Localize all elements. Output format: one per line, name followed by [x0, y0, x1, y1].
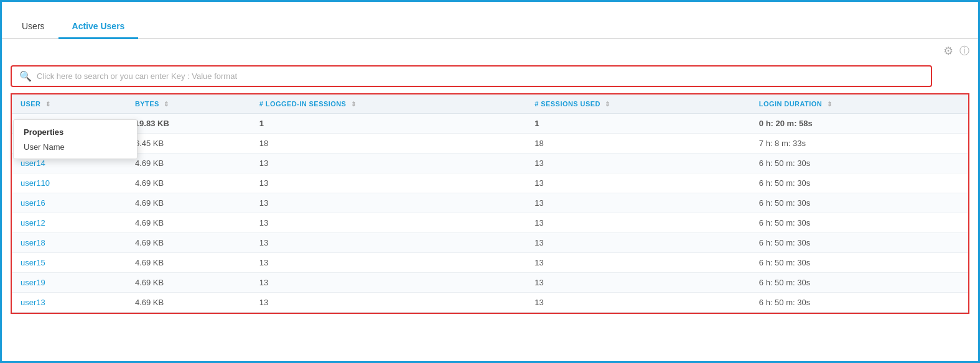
cell-sessions-used: 13	[526, 253, 750, 273]
cell-logged-in_sessions: 13	[251, 213, 526, 233]
cell-bytes: 4.69 KB	[126, 154, 251, 173]
cell-bytes: 6.45 KB	[126, 134, 251, 154]
cell-sessions-used: 13	[526, 154, 750, 173]
table-row: user116.45 KB18187 h: 8 m: 33s	[12, 134, 968, 154]
cell-sessions-used: 13	[526, 173, 750, 193]
col-login-duration[interactable]: LOGIN DURATION ⇕	[750, 94, 968, 114]
search-bar-wrap: 🔍 Click here to search or you can enter …	[2, 63, 978, 90]
cell-bytes: 4.69 KB	[126, 233, 251, 253]
search-placeholder: Click here to search or you can enter Ke…	[37, 71, 237, 81]
cell-login-duration: 6 h: 50 m: 30s	[750, 233, 968, 253]
cell-login-duration: 0 h: 20 m: 58s	[750, 114, 968, 134]
cell-logged-in_sessions: 13	[251, 193, 526, 213]
active-users-table: USER ⇕ BYTES ⇕ # LOGGED-IN SESSIONS ⇕ # …	[12, 94, 968, 313]
toolbar-row: ⚙ ⓘ	[2, 39, 978, 63]
properties-dropdown: Properties User Name	[13, 119, 138, 159]
cell-login-duration: 6 h: 50 m: 30s	[750, 253, 968, 273]
cell-sessions-used: 13	[526, 293, 750, 313]
cell-login-duration: 6 h: 50 m: 30s	[750, 293, 968, 313]
cell-sessions-used: 13	[526, 213, 750, 233]
sort-arrow-user: ⇕	[45, 101, 50, 108]
cell-sessions-used: 13	[526, 273, 750, 293]
cell-sessions-used: 18	[526, 134, 750, 154]
table-row: user144.69 KB13136 h: 50 m: 30s	[12, 154, 968, 173]
search-icon: 🔍	[19, 70, 32, 82]
cell-bytes: 4.69 KB	[126, 293, 251, 313]
tab-users[interactable]: Users	[8, 15, 58, 39]
col-user[interactable]: USER ⇕	[12, 94, 126, 114]
dropdown-title: Properties	[14, 124, 137, 139]
table-row: user134.69 KB13136 h: 50 m: 30s	[12, 293, 968, 313]
cell-login-duration: 6 h: 50 m: 30s	[750, 154, 968, 173]
cell-logged-in_sessions: 13	[251, 173, 526, 193]
cell-username[interactable]: user15	[12, 253, 126, 273]
cell-bytes: 4.69 KB	[126, 213, 251, 233]
search-bar[interactable]: 🔍 Click here to search or you can enter …	[11, 65, 932, 87]
sort-arrow-sessions-used: ⇕	[605, 101, 610, 108]
sort-arrow-duration: ⇕	[827, 101, 832, 108]
cell-bytes: 4.69 KB	[126, 253, 251, 273]
info-icon[interactable]: ⓘ	[959, 45, 969, 58]
cell-bytes: 4.69 KB	[126, 193, 251, 213]
table-row: user154.69 KB13136 h: 50 m: 30s	[12, 253, 968, 273]
cell-bytes: 19.83 KB	[126, 114, 251, 134]
cell-logged-in_sessions: 13	[251, 253, 526, 273]
cell-username[interactable]: user18	[12, 233, 126, 253]
cell-logged-in_sessions: 13	[251, 273, 526, 293]
dropdown-item-username[interactable]: User Name	[14, 139, 137, 155]
cell-username[interactable]: user16	[12, 193, 126, 213]
table-row: user184.69 KB13136 h: 50 m: 30s	[12, 233, 968, 253]
tab-bar: Users Active Users	[2, 2, 978, 39]
table-row: user194.69 KB13136 h: 50 m: 30s	[12, 273, 968, 293]
table-body: 19.83 KB110 h: 20 m: 58suser116.45 KB181…	[12, 114, 968, 313]
cell-logged-in_sessions: 13	[251, 154, 526, 173]
cell-logged-in_sessions: 1	[251, 114, 526, 134]
cell-username[interactable]: user12	[12, 213, 126, 233]
sort-arrow-bytes: ⇕	[164, 101, 169, 108]
cell-sessions-used: 13	[526, 233, 750, 253]
table-row: user1104.69 KB13136 h: 50 m: 30s	[12, 173, 968, 193]
cell-username[interactable]: user19	[12, 273, 126, 293]
cell-login-duration: 6 h: 50 m: 30s	[750, 193, 968, 213]
cell-login-duration: 6 h: 50 m: 30s	[750, 213, 968, 233]
table-row: user164.69 KB13136 h: 50 m: 30s	[12, 193, 968, 213]
gear-icon[interactable]: ⚙	[943, 44, 953, 58]
cell-username[interactable]: user110	[12, 173, 126, 193]
table-row: 19.83 KB110 h: 20 m: 58s	[12, 114, 968, 134]
cell-logged-in_sessions: 13	[251, 293, 526, 313]
col-sessions-used[interactable]: # SESSIONS USED ⇕	[526, 94, 750, 114]
cell-logged-in_sessions: 18	[251, 134, 526, 154]
cell-bytes: 4.69 KB	[126, 273, 251, 293]
table-row: user124.69 KB13136 h: 50 m: 30s	[12, 213, 968, 233]
cell-login-duration: 7 h: 8 m: 33s	[750, 134, 968, 154]
tab-active-users[interactable]: Active Users	[58, 15, 139, 39]
table-header: USER ⇕ BYTES ⇕ # LOGGED-IN SESSIONS ⇕ # …	[12, 94, 968, 114]
col-bytes[interactable]: BYTES ⇕	[126, 94, 251, 114]
cell-sessions-used: 1	[526, 114, 750, 134]
cell-sessions-used: 13	[526, 193, 750, 213]
col-logged-in-sessions[interactable]: # LOGGED-IN SESSIONS ⇕	[251, 94, 526, 114]
cell-login-duration: 6 h: 50 m: 30s	[750, 273, 968, 293]
sort-arrow-sessions: ⇕	[351, 101, 356, 108]
cell-bytes: 4.69 KB	[126, 173, 251, 193]
cell-logged-in_sessions: 13	[251, 233, 526, 253]
cell-username[interactable]: user13	[12, 293, 126, 313]
cell-login-duration: 6 h: 50 m: 30s	[750, 173, 968, 193]
